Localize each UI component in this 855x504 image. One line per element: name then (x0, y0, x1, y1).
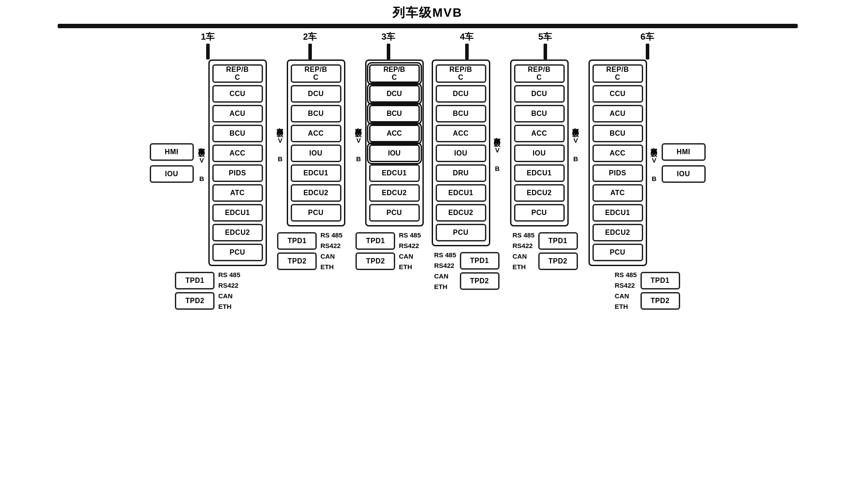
car-2-edcu2: EDCU2 (291, 184, 341, 202)
car-3-rep-bc: REP/BC (369, 64, 420, 83)
car-6-tpd2: TPD2 (640, 292, 680, 310)
car-3-devices: REP/BC DCU BCU ACC IOU EDCU1 EDCU2 PCU (365, 59, 424, 226)
car-5-acc: ACC (514, 125, 565, 142)
car-4-tpd2: TPD2 (460, 272, 500, 290)
car-1-mvb-label-left: 车辆级MV B (196, 59, 207, 266)
car-1-ccu: CCU (212, 85, 263, 103)
car-6-rep-bc: REP/BC (592, 64, 643, 83)
car-1-devices: REP/BC CCU ACU BCU ACC PIDS ATC EDCU1 ED… (208, 59, 267, 266)
car-3-iou: IOU (369, 145, 420, 162)
car-5-iou: IOU (514, 145, 565, 162)
car-4-tpd1: TPD1 (460, 252, 500, 270)
car-5-rs: RS 485RS422CANETH (512, 230, 534, 272)
car-4-edcu1: EDCU1 (436, 184, 486, 202)
car-5-mvb-label: 车辆级MV B (570, 59, 581, 226)
car-6-side-right: HMI IOU (661, 59, 707, 266)
car-6-bottom: RS 485RS422CANETH TPD1 TPD2 (614, 270, 680, 312)
car-4-dru: DRU (436, 164, 486, 182)
car-5-devices: REP/BC DCU BCU ACC IOU EDCU1 EDCU2 PCU (510, 59, 569, 226)
car-6-ccu: CCU (592, 85, 643, 103)
car-6-bcu: BCU (592, 125, 643, 142)
car-4-column: 4车 REP/BC DCU BCU ACC IOU DRU EDCU1 EDCU… (432, 30, 502, 292)
car-1-pids: PIDS (212, 164, 263, 182)
car-4-label: 4车 (460, 31, 474, 43)
car-1-side-left: HMI IOU (149, 59, 195, 266)
car-6-mvb-label-right: 车辆级MV B (649, 59, 659, 266)
car-5-pcu: PCU (514, 204, 565, 222)
car-4-mvb-label: 车辆级MV B (492, 59, 502, 246)
car-4-rep-bc: REP/BC (436, 64, 486, 83)
car-5-tpd1: TPD1 (538, 232, 578, 250)
car-2-bcu: BCU (291, 105, 341, 122)
car-1-bcu: BCU (212, 125, 263, 142)
car-3-tpd1: TPD1 (355, 232, 395, 250)
car-1-acu: ACU (212, 105, 263, 122)
car-2-mvb-label: 车辆级MV B (275, 59, 285, 226)
car-3-edcu2: EDCU2 (369, 184, 420, 202)
car-5-tpds: TPD1 TPD2 (538, 232, 578, 270)
car-2-iou: IOU (291, 145, 341, 162)
car-1-edcu1: EDCU1 (212, 204, 263, 222)
car-6-devices: REP/BC CCU ACU BCU ACC PIDS ATC EDCU1 ED… (589, 59, 647, 266)
car-6-tpd1: TPD1 (640, 272, 680, 289)
car-1-rs: RS 485RS422CANETH (218, 270, 240, 312)
car-6-hmi: HMI (662, 143, 706, 161)
car-3-label: 3车 (381, 31, 395, 43)
page-title: 列车级MVB (392, 4, 462, 21)
car-2-acc: ACC (291, 125, 341, 142)
car-5-label: 5车 (538, 31, 552, 43)
car-6-rs: RS 485RS422CANETH (614, 270, 637, 312)
car-3-tpd2: TPD2 (355, 252, 395, 270)
car-4-tpds: TPD1 TPD2 (460, 252, 500, 290)
car-3-mvb-label: 车辆级MV B (353, 59, 363, 226)
car-6-column: 6车 REP/BC CCU ACU BCU ACC PIDS ATC EDCU1… (589, 30, 707, 312)
car-2-label: 2车 (303, 31, 317, 43)
car-1-hmi: HMI (150, 143, 194, 161)
car-2-bottom: TPD1 TPD2 RS 485RS422CANETH (277, 230, 342, 272)
main-container: 列车级MVB 1车 HMI IOU 车辆级MV B REP/BC (0, 0, 855, 504)
car-4-dcu: DCU (436, 85, 486, 103)
car-2-pcu: PCU (291, 204, 341, 222)
car-3-bottom: TPD1 TPD2 RS 485RS422CANETH (355, 230, 421, 272)
car-6-iou-side: IOU (662, 165, 706, 183)
car-3-column: 3车 车辆级MV B REP/BC DCU BCU ACC IOU EDCU1 … (353, 30, 424, 272)
car-1-iou-side: IOU (150, 165, 194, 183)
car-6-atc: ATC (592, 184, 643, 202)
car-2-tpd2: TPD2 (277, 252, 317, 270)
car-2-rs: RS 485RS422CANETH (320, 230, 342, 272)
car-6-acu: ACU (592, 105, 643, 122)
car-2-column: 2车 车辆级MV B REP/BC DCU BCU ACC IOU EDCU1 … (275, 30, 345, 272)
car-1-edcu2: EDCU2 (212, 224, 263, 241)
car-1-bottom: TPD1 TPD2 RS 485RS422CANETH (175, 270, 240, 312)
car-3-pcu: PCU (369, 204, 420, 222)
car-6-pids: PIDS (592, 164, 643, 182)
car-6-tpds: TPD1 TPD2 (640, 272, 680, 310)
car-1-label: 1车 (201, 31, 215, 43)
car-4-acc: ACC (436, 125, 486, 142)
car-5-edcu2: EDCU2 (514, 184, 565, 202)
car-6-acc: ACC (592, 145, 643, 162)
car-1-acc: ACC (212, 145, 263, 162)
car-1-atc: ATC (212, 184, 263, 202)
car-6-edcu2: EDCU2 (592, 224, 643, 241)
car-2-devices: REP/BC DCU BCU ACC IOU EDCU1 EDCU2 PCU (287, 59, 345, 226)
car-5-column: 5车 REP/BC DCU BCU ACC IOU EDCU1 EDCU2 PC… (510, 30, 581, 272)
car-6-label: 6车 (640, 31, 654, 43)
car-1-tpds: TPD1 TPD2 (175, 272, 215, 310)
car-3-rs: RS 485RS422CANETH (399, 230, 421, 272)
car-5-dcu: DCU (514, 85, 565, 103)
car-6-edcu1: EDCU1 (592, 204, 643, 222)
car-4-rs: RS 485RS422CANETH (434, 250, 456, 292)
car-4-pcu: PCU (436, 224, 486, 241)
car-5-edcu1: EDCU1 (514, 164, 565, 182)
car-1-tpd1: TPD1 (175, 272, 215, 289)
car-3-bcu: BCU (369, 105, 420, 122)
car-2-rep-bc: REP/BC (291, 64, 341, 83)
car-3-dcu: DCU (369, 85, 420, 103)
car-3-acc: ACC (369, 125, 420, 142)
car-1-pcu: PCU (212, 244, 263, 261)
car-5-bcu: BCU (514, 105, 565, 122)
car-4-bottom: RS 485RS422CANETH TPD1 TPD2 (434, 250, 499, 292)
car-1-rep-bc: REP/BC (212, 64, 263, 83)
car-4-edcu2: EDCU2 (436, 204, 486, 222)
